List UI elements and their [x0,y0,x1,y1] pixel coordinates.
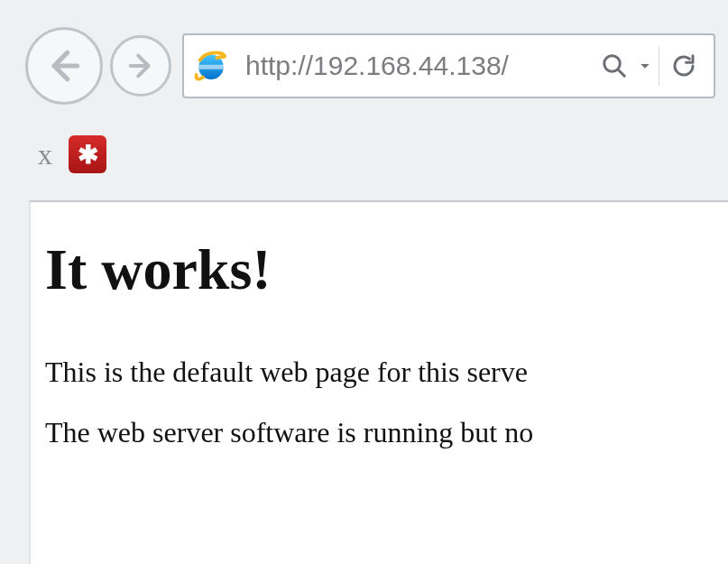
forward-button[interactable] [110,35,171,97]
internet-explorer-icon [193,48,229,84]
page-paragraph-2: The web server software is running but n… [45,416,728,449]
svg-line-3 [618,69,625,77]
page-heading: It works! [45,236,728,303]
lastpass-extension-icon[interactable]: ✱ [69,135,106,173]
address-input[interactable] [245,51,594,81]
forward-arrow-icon [125,51,156,81]
search-dropdown-button[interactable] [635,45,655,87]
address-bar-container [182,33,715,98]
svg-rect-1 [198,65,224,69]
refresh-button[interactable] [663,45,705,87]
tab-bar: x ✱ [0,125,728,200]
search-icon [601,52,628,79]
tab-close-button[interactable]: x [38,140,52,169]
chevron-down-icon [638,59,652,73]
address-bar-separator [659,46,659,86]
browser-toolbar [0,0,728,125]
search-button[interactable] [594,45,635,87]
back-button[interactable] [25,27,103,105]
refresh-icon [670,52,697,79]
page-paragraph-1: This is the default web page for this se… [45,356,728,389]
page-content: It works! This is the default web page f… [29,200,728,564]
asterisk-icon: ✱ [78,140,98,170]
back-arrow-icon [44,46,84,86]
